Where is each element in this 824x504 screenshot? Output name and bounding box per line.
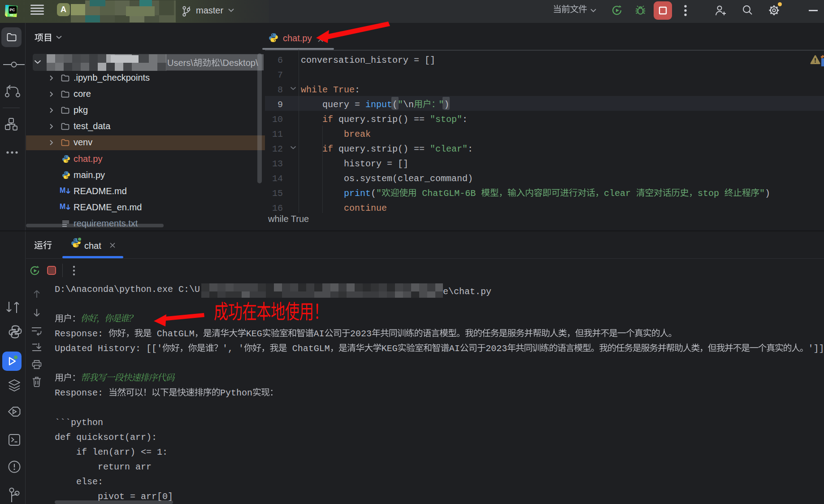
svg-text:PC: PC [10,8,15,12]
